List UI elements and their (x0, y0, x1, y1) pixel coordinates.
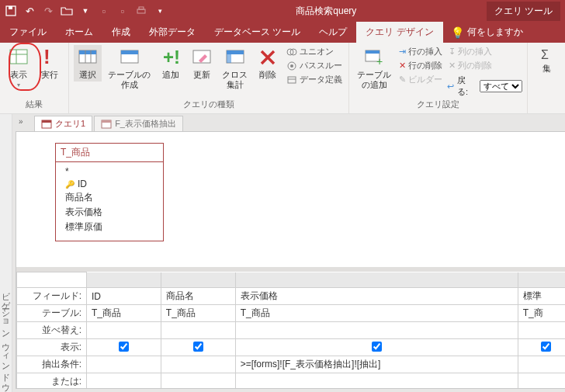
tab-create[interactable]: 作成 (102, 22, 140, 43)
grid-row-or: または: (17, 373, 566, 389)
grid-cell[interactable]: T_商品 (87, 305, 161, 322)
add-table-button[interactable]: + テーブルの追加 (354, 45, 394, 92)
qat-icon-2[interactable]: ▫ (116, 5, 129, 17)
group-label-results: 結果 (5, 98, 64, 111)
tab-home[interactable]: ホーム (56, 22, 102, 43)
row-label-field: フィールド: (17, 288, 87, 305)
tab-file[interactable]: ファイル (0, 22, 56, 43)
grid-cell[interactable]: T_商 (518, 305, 565, 322)
delete-row-icon: ✕ (399, 61, 406, 71)
totals-button[interactable]: Σ 集 (532, 45, 560, 75)
grid-cell[interactable] (87, 356, 161, 373)
view-button[interactable]: 表示 ▾ (5, 45, 33, 90)
run-button[interactable]: ! 実行 (36, 45, 64, 82)
grid-cell-show[interactable] (161, 339, 235, 356)
grid-cell[interactable] (161, 322, 235, 339)
grid-row-field: フィールド: ID 商品名 表示価格 標準 (17, 288, 566, 305)
qat-icon-1[interactable]: ▫ (98, 5, 110, 17)
save-icon[interactable] (5, 5, 17, 17)
svg-rect-26 (366, 50, 380, 54)
dropdown-icon[interactable]: ▼ (79, 5, 92, 17)
tab-help[interactable]: ヘルプ (310, 22, 356, 43)
grid-cell[interactable] (518, 373, 565, 389)
select-query-button[interactable]: 選択 (74, 45, 102, 82)
svg-rect-3 (139, 7, 144, 9)
tab-dbtools[interactable]: データベース ツール (205, 22, 310, 43)
field-item-id[interactable]: 🔑ID (61, 178, 158, 190)
navigation-pane-collapsed[interactable]: ビゲーション ウィンドウ (0, 114, 12, 392)
update-label: 更新 (193, 70, 210, 80)
tell-me[interactable]: 💡 何をしますか (443, 22, 531, 43)
grid-cell[interactable] (518, 322, 565, 339)
show-checkbox[interactable] (119, 342, 129, 352)
field-item[interactable]: 標準原価 (61, 220, 158, 234)
title-bar: ↶ ↷ ▼ ▫ ▫ ▾ 商品検索query クエリ ツール (0, 0, 565, 22)
passthrough-item[interactable]: パススルー (285, 59, 344, 72)
document-area: クエリ1 F_表示価格抽出 T_商品 * 🔑ID 商品名 表示価格 標準原価 (12, 114, 565, 392)
grid-cell-show[interactable] (518, 339, 565, 356)
nav-pane-label: ビゲーション ウィンドウ (0, 286, 12, 387)
customize-qat-icon[interactable]: ▾ (154, 5, 166, 17)
field-item[interactable]: 表示価格 (61, 205, 158, 220)
doc-tab-query1[interactable]: クエリ1 (34, 116, 92, 131)
redo-icon[interactable]: ↷ (42, 5, 54, 17)
append-button[interactable]: +! 追加 (157, 45, 185, 82)
nav-toggle-icon[interactable]: » (19, 117, 23, 126)
delete-row-item[interactable]: ✕行の削除 (397, 59, 444, 72)
grid-cell[interactable]: T_商品 (235, 305, 518, 322)
menu-bar: ファイル ホーム 作成 外部データ データベース ツール ヘルプ クエリ デザイ… (0, 22, 565, 43)
delete-button[interactable]: 削除 (254, 45, 282, 82)
show-checkbox[interactable] (193, 342, 203, 352)
field-item-all[interactable]: * (61, 165, 158, 178)
tell-me-label: 何をしますか (467, 26, 523, 39)
grid-cell[interactable]: 商品名 (161, 288, 235, 305)
row-ops: ⇥行の挿入 ✕行の削除 ✎ビルダー (397, 45, 444, 86)
make-table-label: テーブルの作成 (108, 70, 151, 90)
datadef-item[interactable]: データ定義 (285, 73, 344, 86)
grid-cell-show[interactable] (235, 339, 518, 356)
union-item[interactable]: ユニオン (285, 45, 344, 58)
insert-row-item[interactable]: ⇥行の挿入 (397, 45, 444, 58)
col-ops: ↧列の挿入 ✕列の削除 ↩ 戻る: すべて (447, 45, 522, 98)
passthrough-label: パススルー (300, 60, 342, 71)
grid-cell[interactable] (161, 373, 235, 389)
grid-cell-show[interactable] (87, 339, 161, 356)
return-select[interactable]: すべて (480, 80, 522, 92)
grid-cell[interactable] (161, 356, 235, 373)
svg-rect-13 (121, 50, 138, 54)
field-item[interactable]: 商品名 (61, 190, 158, 205)
crosstab-button[interactable]: クロス集計 (219, 45, 251, 92)
tab-design[interactable]: クエリ デザイン (356, 22, 442, 43)
doc-tab-label-2: F_表示価格抽出 (115, 118, 176, 130)
grid-cell[interactable]: 標準 (518, 288, 565, 305)
grid-cell[interactable]: 表示価格 (235, 288, 518, 305)
ribbon: 表示 ▾ ! 実行 結果 選択 テーブルの作成 +! 追加 (0, 43, 565, 114)
folder-icon[interactable] (61, 5, 73, 17)
row-label-or: または: (17, 373, 87, 389)
undo-icon[interactable]: ↶ (23, 5, 36, 17)
grid-cell[interactable] (235, 373, 518, 389)
show-checkbox[interactable] (372, 342, 382, 352)
print-icon[interactable] (135, 5, 147, 17)
design-grid[interactable]: フィールド: ID 商品名 表示価格 標準 テーブル: T_商品 T_商品 T_… (16, 272, 565, 388)
make-table-button[interactable]: テーブルの作成 (105, 45, 154, 92)
svg-text:Σ: Σ (541, 48, 549, 61)
grid-cell[interactable] (518, 356, 565, 373)
design-grid-pane[interactable]: フィールド: ID 商品名 表示価格 標準 テーブル: T_商品 T_商品 T_… (16, 272, 565, 388)
grid-cell[interactable]: T_商品 (161, 305, 235, 322)
grid-cell[interactable]: >=[forms]![F_表示価格抽出]![抽出] (235, 356, 518, 373)
grid-cell[interactable]: ID (87, 288, 161, 305)
grid-cell[interactable] (87, 373, 161, 389)
update-button[interactable]: 更新 (188, 45, 216, 82)
ribbon-group-results: 表示 ▾ ! 実行 結果 (0, 43, 69, 113)
field-list-box[interactable]: T_商品 * 🔑ID 商品名 表示価格 標準原価 (55, 143, 164, 241)
table-pane[interactable]: T_商品 * 🔑ID 商品名 表示価格 標準原価 (16, 132, 565, 272)
grid-cell[interactable] (235, 322, 518, 339)
doc-tab-form[interactable]: F_表示価格抽出 (94, 116, 183, 131)
show-checkbox[interactable] (541, 342, 551, 352)
grid-cell[interactable] (87, 322, 161, 339)
delete-label: 削除 (259, 70, 276, 80)
svg-text:!: ! (43, 47, 50, 68)
insert-col-icon: ↧ (449, 47, 456, 57)
tab-external[interactable]: 外部データ (140, 22, 205, 43)
